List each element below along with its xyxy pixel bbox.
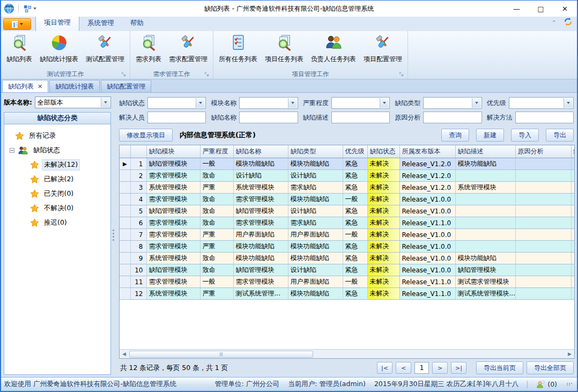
tree-item-7[interactable]: 推迟(0) [10, 216, 109, 230]
close-button[interactable]: ✕ [553, 1, 577, 17]
dropdown-button[interactable] [101, 98, 110, 107]
dropdown-button[interactable] [288, 98, 297, 108]
table-row[interactable]: ▶1缺陷管理模块一般模块功能缺陷模块功能缺陷紧急未解决Release_V1.2.… [120, 158, 574, 170]
column-header-8[interactable]: 缺陷描述 [455, 145, 515, 158]
document-tab-2[interactable]: 缺陷统计报表 [49, 80, 100, 92]
dialog-launcher-icon[interactable] [121, 72, 127, 78]
dropdown-button[interactable] [196, 98, 205, 108]
quick-access-toolbar-button[interactable] [23, 4, 38, 14]
column-header-4[interactable]: 缺陷类型 [288, 145, 343, 158]
collapse-ribbon-icon[interactable]: ⌃ [550, 19, 558, 27]
table-row[interactable]: 6需求管理模块致命需求管理模块需求缺陷紧急未解决Release_V1.1.0 [120, 217, 574, 229]
document-tab-3[interactable]: 缺陷配置管理 [101, 80, 151, 92]
splitter-handle[interactable] [111, 93, 115, 377]
row-selector-cell[interactable] [120, 217, 130, 229]
scrollbar-thumb[interactable] [129, 351, 313, 358]
filter-input[interactable] [147, 112, 206, 123]
scroll-right-icon[interactable]: ▶ [566, 351, 574, 358]
dropdown-button[interactable] [380, 98, 389, 108]
column-header-7[interactable]: 所属发布版本 [399, 145, 455, 158]
column-header-10[interactable]: 解决方法 [571, 145, 574, 158]
messages-indicator[interactable]: (0) [536, 380, 557, 389]
column-header-9[interactable]: 原因分析 [515, 145, 571, 158]
column-header-1[interactable]: 缺陷模块 [146, 145, 200, 158]
import-button[interactable]: 导入 [511, 129, 539, 142]
tree-item-5[interactable]: 已关闭(0) [10, 187, 109, 201]
column-header-5[interactable]: 优先级 [343, 145, 367, 158]
table-row[interactable]: 9系统管理模块致命模块功能缺陷模块功能缺陷紧急未解决Release_V1.0.0… [120, 253, 574, 264]
filter-input[interactable] [331, 112, 390, 123]
help-refresh-icon[interactable] [564, 17, 573, 28]
modify-display-items-button[interactable]: 修改显示项目 [119, 129, 173, 142]
minimize-button[interactable]: — [505, 1, 529, 17]
column-header-2[interactable]: 严重程度 [200, 145, 233, 158]
application-menu-button[interactable] [3, 18, 31, 30]
filter-dropdown[interactable] [147, 97, 206, 109]
tree-item-2[interactable]: 缺陷状态 [10, 143, 109, 158]
collapse-expander-icon[interactable] [10, 148, 14, 153]
tree-item-4[interactable]: 已解决(2) [10, 172, 109, 187]
table-row[interactable]: 7需求管理模块严重用户界面缺陷用户界面缺陷一般未解决Release_V1.0.0 [120, 229, 574, 241]
table-row[interactable]: 4需求管理模块致命需求管理模块模块功能缺陷一般未解决Release_V1.0.0 [120, 194, 574, 205]
export-current-page-button[interactable]: 导出当前页 [476, 361, 523, 374]
column-header-3[interactable]: 缺陷名称 [233, 145, 288, 158]
row-selector-cell[interactable] [120, 276, 130, 288]
filter-input[interactable] [423, 112, 481, 123]
ribbon-button-3-1[interactable]: 所有任务列表 [215, 32, 261, 64]
ribbon-button-2-2[interactable]: 需求配置管理 [165, 32, 211, 64]
table-row[interactable]: 12系统管理模块严重测试系统管理...模块功能缺陷紧急未解决Release_V1… [120, 288, 574, 300]
ribbon-button-1-2[interactable]: 缺陷统计报表 [36, 32, 82, 64]
filter-input[interactable] [239, 112, 298, 123]
tree-item-1[interactable]: 所有记录 [10, 129, 109, 143]
dropdown-button[interactable] [564, 98, 573, 108]
tree-item-3[interactable]: 未解决(12) [10, 158, 109, 172]
table-row[interactable]: 8需求管理模块严重模块功能缺陷模块功能缺陷紧急未解决Release_V1.0.0 [120, 241, 574, 253]
ribbon-button-1-3[interactable]: 测试配置管理 [82, 32, 128, 64]
row-selector-cell[interactable] [120, 229, 130, 241]
last-page-button[interactable]: >| [451, 362, 466, 374]
ribbon-button-3-2[interactable]: 项目任务列表 [261, 32, 307, 64]
resize-grip[interactable] [567, 383, 573, 386]
row-selector-cell[interactable] [120, 194, 130, 205]
export-all-pages-button[interactable]: 导出全部页 [527, 361, 574, 374]
table-row[interactable]: 3系统管理模块严重系统管理模块需求缺陷紧急未解决Release_V1.2.0系统… [120, 182, 574, 194]
ribbon-tab-3[interactable]: 帮助 [122, 16, 152, 31]
ribbon-button-1-1[interactable]: 缺陷列表 [3, 32, 36, 64]
page-number-input[interactable]: 1 [414, 362, 429, 374]
row-selector-cell[interactable] [120, 170, 130, 182]
ribbon-button-2-1[interactable]: 需求列表 [132, 32, 165, 64]
filter-input[interactable] [515, 112, 574, 123]
table-row[interactable]: 10缺陷管理模块致命缺陷管理模块设计缺陷紧急未解决Release_V1.0.0缺… [120, 264, 574, 276]
table-row[interactable]: 5缺陷管理模块致命缺陷管理模块设计缺陷紧急未解决Release_V1.0.0 [120, 205, 574, 217]
first-page-button[interactable]: |< [377, 362, 392, 374]
scroll-left-icon[interactable]: ◀ [120, 351, 128, 358]
row-selector-cell[interactable]: ▶ [120, 158, 130, 170]
row-selector-cell[interactable] [120, 253, 130, 264]
horizontal-scrollbar[interactable]: ◀ ▶ [120, 349, 574, 358]
row-selector-cell[interactable] [120, 205, 130, 217]
next-page-button[interactable]: > [432, 362, 448, 374]
ribbon-tab-1[interactable]: 项目管理 [35, 16, 79, 31]
scrollbar-track[interactable] [128, 351, 566, 358]
export-button[interactable]: 导出 [546, 129, 574, 142]
prev-page-button[interactable]: < [396, 362, 411, 374]
close-tab-icon[interactable]: ✕ [38, 83, 42, 90]
table-row[interactable]: 11需求管理模块一般需求管理模块用户界面缺陷一般未解决Release_V1.1.… [120, 276, 574, 288]
tree-item-6[interactable]: 不解决(0) [10, 201, 109, 216]
new-button[interactable]: 新建 [476, 129, 504, 142]
column-header-6[interactable]: 缺陷状态 [367, 145, 399, 158]
filter-dropdown[interactable] [423, 97, 481, 109]
document-tab-1[interactable]: 缺陷列表✕ [2, 80, 48, 92]
query-button[interactable]: 查询 [441, 129, 469, 142]
table-row[interactable]: 2需求管理模块致命设计缺陷设计缺陷紧急未解决Release_V1.2.0 [120, 170, 574, 182]
dialog-launcher-icon[interactable] [399, 72, 405, 78]
dialog-launcher-icon[interactable] [204, 72, 210, 78]
row-selector-cell[interactable] [120, 264, 130, 276]
row-selector-cell[interactable] [120, 288, 130, 300]
filter-dropdown[interactable] [239, 97, 298, 109]
version-dropdown[interactable]: 全部版本 [35, 97, 111, 108]
filter-dropdown[interactable] [331, 97, 390, 109]
dropdown-button[interactable] [472, 98, 481, 108]
maximize-button[interactable]: □ [529, 1, 553, 17]
ribbon-button-3-3[interactable]: 负责人任务列表 [307, 32, 360, 64]
